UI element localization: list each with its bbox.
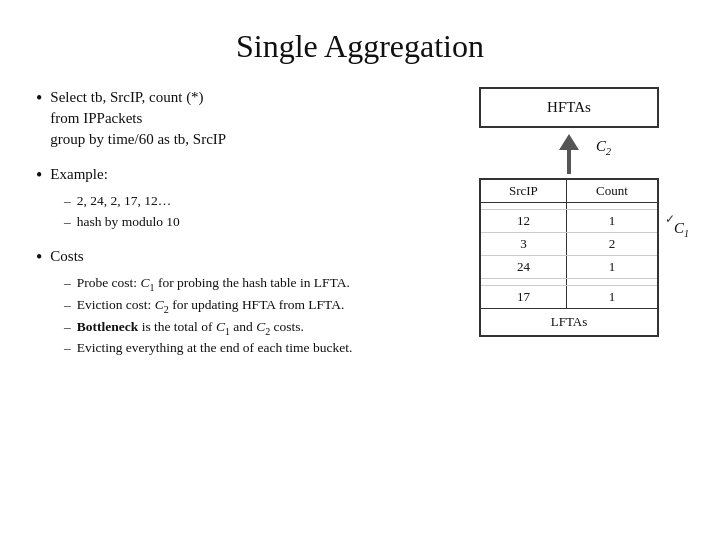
bullet-3: • Costs – Probe cost: C1 for probing the… (36, 246, 444, 359)
table-row: 12 1 ✓ (481, 210, 657, 233)
bullet-1-header: • Select tb, SrcIP, count (*)from IPPack… (36, 87, 444, 150)
sub-bullet-3-2: – Eviction cost: C2 for updating HFTA fr… (64, 295, 444, 317)
bullet-3-text: Costs (50, 246, 83, 267)
bullet-1: • Select tb, SrcIP, count (*)from IPPack… (36, 87, 444, 150)
sub-bullet-3-1: – Probe cost: C1 for probing the hash ta… (64, 273, 444, 295)
bullet-1-text: Select tb, SrcIP, count (*)from IPPacket… (50, 87, 226, 150)
right-column: HFTAs C2 SrcIP Count (454, 87, 684, 520)
bullet-dot-3: • (36, 246, 42, 269)
lfta-table: SrcIP Count 12 1 ✓ (481, 180, 657, 308)
table-row: 17 1 (481, 286, 657, 309)
arrow-stem (567, 150, 571, 174)
bullet-dot-1: • (36, 87, 42, 110)
bullet-3-subs: – Probe cost: C1 for probing the hash ta… (64, 273, 444, 358)
table-row: 3 2 (481, 233, 657, 256)
left-column: • Select tb, SrcIP, count (*)from IPPack… (36, 87, 454, 520)
bullet-3-header: • Costs (36, 246, 444, 269)
col-srcip-header: SrcIP (481, 180, 566, 203)
sub-bullet-3-4: – Evicting everything at the end of each… (64, 338, 444, 358)
table-row: 24 1 (481, 256, 657, 279)
bullet-2-header: • Example: (36, 164, 444, 187)
sub-bullet-2-1: – 2, 24, 2, 17, 12… (64, 191, 444, 211)
bullet-dot-2: • (36, 164, 42, 187)
bullet-2-text: Example: (50, 164, 107, 185)
lfta-footer-label: LFTAs (481, 308, 657, 335)
c1-label: C1 (674, 220, 689, 239)
content-area: • Select tb, SrcIP, count (*)from IPPack… (36, 87, 684, 520)
sub-bullet-2-2: – hash by modulo 10 (64, 212, 444, 232)
arrow-up-icon (559, 134, 579, 150)
bullet-2: • Example: – 2, 24, 2, 17, 12… – hash by… (36, 164, 444, 232)
lfta-wrapper: SrcIP Count 12 1 ✓ (479, 178, 659, 337)
c2-label: C2 (596, 138, 611, 157)
hfta-box: HFTAs (479, 87, 659, 128)
table-row (481, 203, 657, 210)
arrow-up-container: C2 (559, 134, 579, 174)
page-title: Single Aggregation (36, 28, 684, 65)
table-row (481, 279, 657, 286)
col-count-header: Count (566, 180, 657, 203)
sub-bullet-3-3: – Bottleneck is the total of C1 and C2 c… (64, 317, 444, 339)
bullet-2-subs: – 2, 24, 2, 17, 12… – hash by modulo 10 (64, 191, 444, 232)
slide: Single Aggregation • Select tb, SrcIP, c… (0, 0, 720, 540)
hfta-label: HFTAs (547, 99, 591, 115)
lfta-table-container: SrcIP Count 12 1 ✓ (479, 178, 659, 337)
